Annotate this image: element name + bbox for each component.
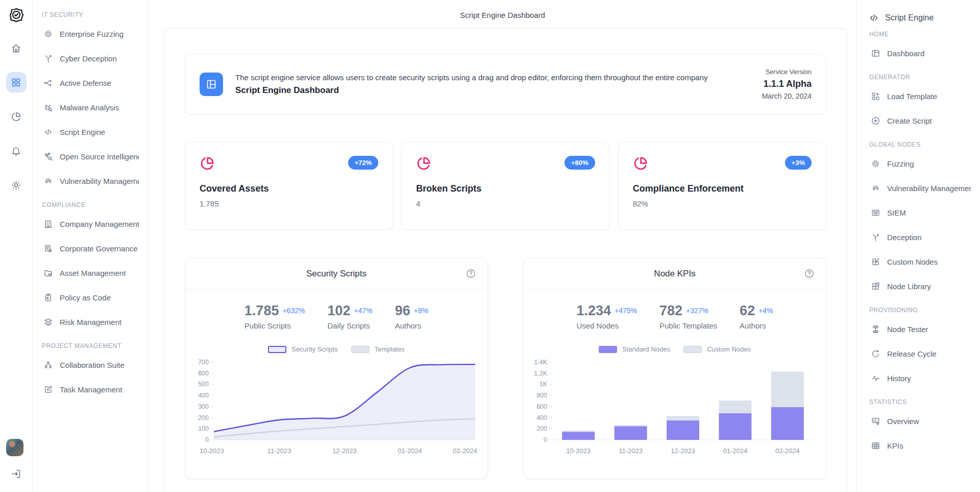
table-icon: [870, 441, 880, 451]
user-avatar[interactable]: [6, 439, 23, 456]
nav-item-label: Node Tester: [887, 325, 928, 334]
rightbar-item-node-library[interactable]: Node Library: [868, 274, 973, 298]
trend-badge: +72%: [348, 156, 379, 170]
rail-analytics-button[interactable]: [6, 106, 27, 127]
nav-item-label: Custom Nodes: [887, 257, 938, 266]
doc-gear-icon: [43, 244, 53, 253]
svg-text:0: 0: [205, 436, 209, 443]
svg-text:12-2023: 12-2023: [671, 447, 695, 455]
help-icon[interactable]: [465, 268, 476, 281]
rightbar-item-kpis[interactable]: KPIs: [868, 433, 973, 458]
stat-value: 4: [416, 199, 595, 208]
svg-text:12-2023: 12-2023: [332, 447, 357, 455]
rightbar-item-load-template[interactable]: Load Template: [868, 84, 973, 108]
sidebar-item-asset-management[interactable]: Asset Management: [41, 261, 141, 285]
code-icon: [43, 127, 53, 137]
stat-card-broken-scripts: +80% Broken Scripts 4: [401, 142, 609, 230]
rightbar-item-vulnerability-management[interactable]: Vulnerability Management: [868, 176, 973, 200]
sidebar-item-company-management[interactable]: Company Management: [41, 212, 141, 236]
sidebar-item-risk-management[interactable]: Risk Management: [41, 310, 141, 334]
sidebar-item-task-management[interactable]: Task Management: [41, 377, 141, 402]
service-version-value: 1.1.1 Alpha: [762, 77, 812, 91]
split-icon: [43, 54, 53, 63]
chart-stat-authors: 96+8%Authors: [395, 303, 428, 330]
rightbar-section-generator: GENERATOR: [869, 74, 973, 81]
sidebar-item-corporate-governance[interactable]: Corporate Governance: [41, 236, 141, 261]
rightbar-item-fuzzing[interactable]: Fuzzing: [868, 151, 973, 176]
security-scripts-chart-card: Security Scripts 1.785+632%Public Script…: [185, 257, 488, 479]
rightbar-item-dashboard[interactable]: Dashboard: [868, 41, 973, 65]
nav-item-label: Overview: [887, 417, 919, 426]
legend-templates: Templates: [351, 345, 405, 353]
rightbar-item-history[interactable]: History: [868, 366, 973, 390]
svg-text:600: 600: [198, 370, 209, 377]
svg-text:400: 400: [536, 414, 547, 421]
stat-title: Covered Assets: [200, 183, 378, 194]
sidebar-item-cyber-deception[interactable]: Cyber Deception: [41, 46, 141, 71]
sidebar-item-active-defense[interactable]: Active Defense: [41, 71, 141, 95]
svg-text:1.2K: 1.2K: [534, 370, 547, 377]
svg-text:400: 400: [198, 392, 209, 399]
rail-logout-button[interactable]: [6, 463, 27, 484]
logout-icon: [11, 468, 21, 479]
nav-item-label: Vulnerability Management: [60, 177, 139, 185]
pie-chart-icon: [200, 156, 215, 171]
chart-stat-public-scripts: 1.785+632%Public Scripts: [244, 303, 305, 330]
nav-item-label: Open Source Intelligence: [60, 152, 139, 161]
rail-apps-button[interactable]: [6, 72, 27, 92]
siem-icon: [870, 208, 880, 218]
nav-item-label: Deception: [887, 233, 922, 242]
sidebar-item-enterprise-fuzzing[interactable]: Enterprise Fuzzing: [41, 21, 141, 46]
sidebar-section-it-security: IT SECURITY: [42, 11, 141, 18]
app-logo[interactable]: [9, 7, 24, 25]
sidebar-item-policy-as-code[interactable]: Policy as Code: [41, 285, 141, 310]
sidebar-item-vulnerability-management[interactable]: Vulnerability Management: [41, 169, 141, 193]
rightbar-section-statistics: STATISTICS: [869, 399, 973, 406]
grid-pencil-icon: [870, 257, 880, 267]
rightbar-item-deception[interactable]: Deception: [868, 225, 973, 249]
sidebar-item-malware-analysis[interactable]: Malware Analysis: [41, 95, 141, 120]
nav-item-label: Active Defense: [60, 79, 111, 87]
sidebar-section-project-management: PROJECT MANAGEMENT: [42, 342, 141, 349]
left-sidebar: IT SECURITYEnterprise FuzzingCyber Decep…: [33, 0, 149, 492]
rightbar-item-node-tester[interactable]: Node Tester: [868, 317, 973, 341]
building-icon: [43, 219, 53, 229]
security-scripts-area-chart: 010020030040050060070010-202311-202312-2…: [193, 358, 479, 460]
nav-item-label: Collaboration Suite: [60, 361, 125, 369]
trend-badge: +80%: [565, 156, 595, 170]
svg-text:01-2024: 01-2024: [398, 447, 422, 455]
chart-title: Node KPIs: [654, 269, 695, 279]
chart-stat-public-templates: 782+327%Public Templates: [659, 303, 717, 330]
stat-card-compliance-enforcement: +3% Compliance Enforcement 82%: [618, 142, 826, 230]
nav-item-label: Asset Management: [60, 269, 126, 277]
rail-home-button[interactable]: [6, 38, 27, 58]
rightbar-item-custom-nodes[interactable]: Custom Nodes: [868, 249, 973, 274]
legend-security-scripts: Security Scripts: [268, 345, 337, 353]
stat-title: Broken Scripts: [416, 183, 595, 194]
svg-text:500: 500: [198, 381, 209, 388]
help-icon[interactable]: [804, 268, 815, 281]
grid-square-icon: [870, 282, 880, 291]
svg-text:1.4K: 1.4K: [534, 359, 547, 366]
nav-item-label: Dashboard: [887, 49, 924, 58]
svg-text:600: 600: [536, 403, 547, 410]
nav-item-label: Enterprise Fuzzing: [60, 30, 124, 38]
rightbar-item-create-script[interactable]: Create Script: [868, 108, 973, 133]
stat-card-covered-assets: +72% Covered Assets 1.785: [185, 142, 393, 230]
split-icon: [870, 232, 880, 242]
rightbar-item-siem[interactable]: SIEM: [868, 200, 973, 225]
nav-item-label: Fuzzing: [887, 159, 914, 168]
rail-notifications-button[interactable]: [6, 140, 27, 161]
svg-text:10-2023: 10-2023: [566, 447, 591, 455]
refresh-icon: [870, 349, 880, 359]
rightbar-item-overview[interactable]: Overview: [868, 409, 973, 433]
nav-item-label: Create Script: [887, 116, 932, 125]
code-icon: [868, 12, 879, 24]
legend-standard-nodes: Standard Nodes: [599, 345, 670, 353]
nav-item-label: Cyber Deception: [60, 54, 117, 63]
rail-settings-button[interactable]: [6, 175, 27, 195]
sidebar-item-script-engine[interactable]: Script Engine: [41, 120, 141, 144]
rightbar-item-release-cycle[interactable]: Release Cycle: [868, 341, 973, 366]
sidebar-item-collaboration-suite[interactable]: Collaboration Suite: [41, 353, 141, 377]
sidebar-item-open-source-intelligence[interactable]: Open Source Intelligence: [41, 144, 141, 169]
